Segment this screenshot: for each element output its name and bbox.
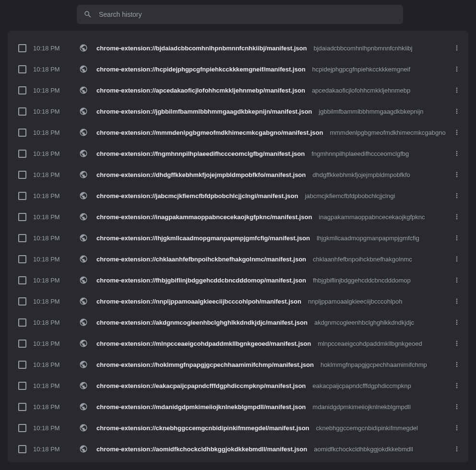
more-actions-button[interactable] — [451, 211, 463, 223]
entry-title[interactable]: chrome-extension://apcedakaoficjlofohhcm… — [96, 87, 305, 94]
more-actions-button[interactable] — [451, 380, 463, 391]
select-checkbox[interactable] — [18, 318, 26, 327]
entry-title[interactable]: chrome-extension://inagpakammaoppabncece… — [96, 213, 312, 221]
entry-domain: jgbbilmfbammlbbhmmgaagdkbkepnijn — [319, 108, 423, 115]
select-checkbox[interactable] — [18, 171, 26, 179]
history-row: 10:18 PMchrome-extension://dhdgffkkebhmk… — [8, 164, 468, 185]
history-row: 10:18 PMchrome-extension://apcedakaoficj… — [8, 80, 468, 101]
entry-title[interactable]: chrome-extension://mlnpcceaeigcohdpaddmk… — [96, 340, 311, 347]
more-actions-button[interactable] — [451, 443, 463, 455]
select-checkbox[interactable] — [18, 276, 26, 284]
more-actions-button[interactable] — [451, 63, 463, 75]
entry-title[interactable]: chrome-extension://lhjgkmllcaadmopgmanpa… — [96, 235, 310, 242]
history-panel: 10:18 PMchrome-extension://bjdaiadcbbcom… — [8, 31, 468, 462]
entry-domain: fngmhnnpilhplaeedifhccceomclgfbg — [311, 150, 409, 157]
more-actions-button[interactable] — [451, 295, 463, 307]
history-row: 10:18 PMchrome-extension://jabcmcjkfiemc… — [8, 185, 468, 206]
entry-time: 10:18 PM — [33, 171, 79, 178]
select-checkbox[interactable] — [18, 192, 26, 200]
select-checkbox[interactable] — [18, 150, 26, 158]
select-checkbox[interactable] — [18, 340, 26, 348]
globe-icon — [79, 234, 88, 242]
more-actions-button[interactable] — [451, 190, 463, 201]
entry-title[interactable]: chrome-extension://nnpljppamoaalgkieecii… — [96, 298, 301, 305]
entry-time: 10:18 PM — [33, 340, 79, 347]
select-checkbox[interactable] — [18, 213, 26, 221]
select-checkbox[interactable] — [18, 424, 26, 432]
select-checkbox[interactable] — [18, 107, 26, 116]
globe-icon — [79, 65, 88, 73]
entry-title[interactable]: chrome-extension://akdgnmcogleenhbclghgh… — [96, 319, 308, 326]
entry-time: 10:18 PM — [33, 108, 79, 115]
entry-title[interactable]: chrome-extension://cknebhggccemgcnbidipi… — [96, 424, 309, 432]
select-checkbox[interactable] — [18, 445, 26, 453]
more-actions-button[interactable] — [451, 401, 463, 412]
select-checkbox[interactable] — [18, 255, 26, 263]
entry-time: 10:18 PM — [33, 45, 79, 52]
entry-domain: mmmdenlpgbgmeofmdkhimecmkcgabgno — [330, 129, 445, 136]
more-actions-button[interactable] — [451, 359, 463, 370]
entry-time: 10:18 PM — [33, 66, 79, 73]
entry-time: 10:18 PM — [33, 319, 79, 326]
entry-title[interactable]: chrome-extension://fngmhnnpilhplaeedifhc… — [96, 150, 305, 157]
history-row: 10:18 PMchrome-extension://fhbjgbiflinjb… — [8, 270, 468, 291]
more-actions-button[interactable] — [451, 42, 463, 54]
entry-title[interactable]: chrome-extension://chklaanhfefbnpoihckbn… — [96, 256, 306, 263]
select-checkbox[interactable] — [18, 382, 26, 390]
entry-title[interactable]: chrome-extension://bjdaiadcbbcomhnlhpnbm… — [96, 45, 307, 52]
entry-title[interactable]: chrome-extension://fhbjgbiflinjbdggehcdd… — [96, 277, 306, 284]
entry-title[interactable]: chrome-extension://jgbbilmfbammlbbhmmgaa… — [96, 108, 312, 115]
entry-domain: fhbjgbiflinjbdggehcddcbncdddomop — [313, 277, 411, 284]
history-row: 10:18 PMchrome-extension://lhjgkmllcaadm… — [8, 227, 468, 248]
select-checkbox[interactable] — [18, 297, 26, 306]
search-input[interactable] — [99, 11, 396, 18]
select-checkbox[interactable] — [18, 129, 26, 137]
entry-title[interactable]: chrome-extension://dhdgffkkebhmkfjojejmp… — [96, 171, 306, 178]
history-row: 10:18 PMchrome-extension://inagpakammaop… — [8, 206, 468, 227]
select-checkbox[interactable] — [18, 65, 26, 73]
entry-domain: cknebhggccemgcnbidipinkifmmegdel — [316, 424, 418, 432]
more-actions-button[interactable] — [451, 338, 463, 349]
select-checkbox[interactable] — [18, 403, 26, 411]
entry-time: 10:18 PM — [33, 235, 79, 242]
history-row: 10:18 PMchrome-extension://cknebhggccemg… — [8, 417, 468, 438]
search-box[interactable] — [77, 5, 403, 24]
entry-title[interactable]: chrome-extension://jabcmcjkfiemcfbfdpbob… — [96, 192, 298, 200]
history-row: 10:18 PMchrome-extension://fngmhnnpilhpl… — [8, 143, 468, 164]
entry-title[interactable]: chrome-extension://mmmdenlpgbgmeofmdkhim… — [96, 129, 323, 136]
more-actions-button[interactable] — [451, 148, 463, 159]
more-actions-button[interactable] — [451, 106, 463, 117]
more-actions-button[interactable] — [451, 232, 463, 244]
select-checkbox[interactable] — [18, 86, 26, 94]
more-actions-button[interactable] — [451, 169, 463, 180]
entry-title[interactable]: chrome-extension://hoklmmgfnpapgjgcpechh… — [96, 361, 314, 368]
select-checkbox[interactable] — [18, 234, 26, 242]
globe-icon — [79, 86, 88, 94]
entry-title[interactable]: chrome-extension://eakacpaijcpapndcfffdg… — [96, 382, 306, 389]
globe-icon — [79, 423, 88, 432]
entry-time: 10:18 PM — [33, 446, 79, 453]
globe-icon — [79, 318, 88, 327]
entry-time: 10:18 PM — [33, 129, 79, 136]
more-actions-button[interactable] — [451, 422, 463, 434]
more-actions-button[interactable] — [451, 317, 463, 328]
entry-domain: apcedakaoficjlofohhcmkkljehnmebp — [312, 87, 410, 94]
globe-icon — [79, 128, 88, 137]
entry-domain: jabcmcjkfiemcfbfdpbobchlcjjclngi — [305, 192, 395, 200]
more-actions-button[interactable] — [451, 127, 463, 138]
entry-domain: lhjgkmllcaadmopgmanpapmpjgmfcfig — [317, 235, 419, 242]
entry-time: 10:18 PM — [33, 382, 79, 389]
entry-title[interactable]: chrome-extension://hcpidejphgpcgfnpiehkc… — [96, 66, 306, 73]
more-actions-button[interactable] — [451, 274, 463, 286]
select-checkbox[interactable] — [18, 361, 26, 369]
globe-icon — [79, 381, 88, 390]
select-checkbox[interactable] — [18, 44, 26, 52]
history-row: 10:18 PMchrome-extension://mdanidgdpmkim… — [8, 396, 468, 417]
entry-domain: akdgnmcogleenhbclghghlkkdndkjdjc — [314, 319, 414, 326]
entry-title[interactable]: chrome-extension://aomidfkchockcldhbkggj… — [96, 446, 307, 453]
more-actions-button[interactable] — [451, 84, 463, 96]
entry-domain: hoklmmgfnpapgjgcpechhaamimifchmp — [321, 361, 427, 368]
more-actions-button[interactable] — [451, 253, 463, 265]
entry-title[interactable]: chrome-extension://mdanidgdpmkimeiiojknl… — [96, 403, 306, 411]
history-row: 10:18 PMchrome-extension://nnpljppamoaal… — [8, 291, 468, 312]
